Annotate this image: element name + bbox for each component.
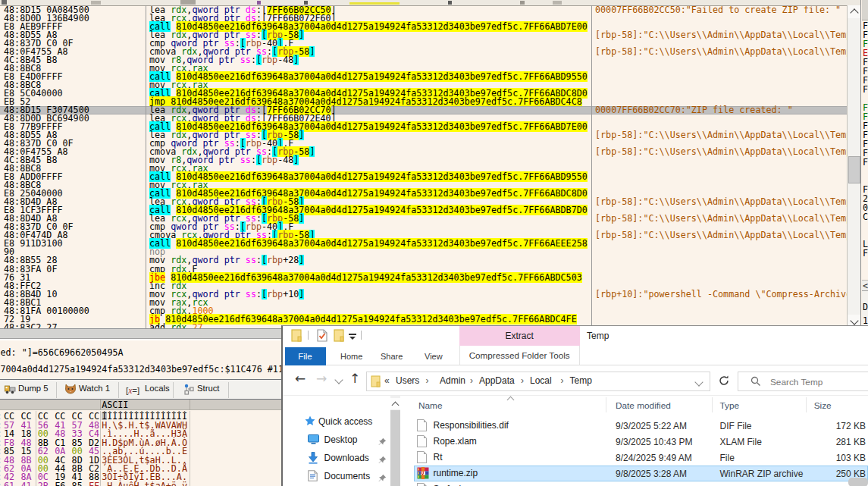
disassembly-row[interactable]: 48:8D55 A8lea rdx,qword ptr ss:[rbp-58][… bbox=[0, 131, 847, 140]
contextual-tab-extract[interactable]: Extract bbox=[459, 326, 580, 346]
register-value-fragment: F bbox=[863, 158, 868, 167]
disassembly-row[interactable]: 4C:8B45 B8mov r8,qword ptr ss:[rbp-48] bbox=[0, 156, 847, 165]
folder-icon[interactable] bbox=[334, 329, 345, 342]
file-date: 9/3/2025 10:43 PM bbox=[616, 437, 692, 447]
breadcrumb-item-appdata[interactable]: AppData bbox=[479, 375, 515, 386]
tab-share[interactable]: Share bbox=[381, 352, 403, 361]
breadcrumb-chevron-icon[interactable]: › bbox=[426, 375, 429, 386]
hex-byte: 85 bbox=[72, 482, 83, 486]
breadcrumb-chevron-icon[interactable]: › bbox=[470, 375, 473, 386]
disassembly-row[interactable]: 48:8B4D 10mov rcx,qword ptr ss:[rbp+10][… bbox=[0, 290, 847, 299]
sidebar-item-documents[interactable]: Documents bbox=[283, 468, 392, 484]
breadcrumb-item-local[interactable]: Local bbox=[530, 375, 552, 386]
tab-watch-1[interactable]: Watch 1 bbox=[79, 384, 110, 393]
tab-dump-5[interactable]: Dump 5 bbox=[18, 384, 49, 393]
disassembly-row[interactable]: 48:0F4755 A8cmova rdx,qword ptr ss:[rbp-… bbox=[0, 148, 847, 156]
tab-view[interactable]: View bbox=[425, 352, 443, 361]
address-bar[interactable]: « Users›Admin›AppData›Local›Temp bbox=[366, 372, 710, 391]
info-box-line2: 7004a0d4d1275a194924fa53312d3403be97edf5… bbox=[1, 365, 289, 374]
file-row[interactable]: Rt8/24/2025 9:49 AMFile103 KB bbox=[414, 450, 868, 466]
file-icon bbox=[417, 435, 429, 447]
disassembly-row[interactable]: 48:8BC1mov rax,rcx bbox=[0, 299, 847, 307]
tab-struct[interactable]: Struct bbox=[197, 384, 220, 393]
explorer-titlebar[interactable]: Extract Temp bbox=[283, 326, 868, 346]
touch-scroll-indicator[interactable] bbox=[848, 478, 868, 486]
sidebar-item-label: Documents bbox=[324, 471, 371, 481]
breadcrumb-item-temp[interactable]: Temp bbox=[570, 375, 592, 386]
star-icon bbox=[305, 415, 315, 429]
tab-file[interactable]: File bbox=[285, 347, 326, 365]
toolbar-fragment bbox=[91, 1, 101, 5]
screenshot-stage: 48:8D15 0A084500lea rdx,qword ptr ds:[7F… bbox=[0, 0, 868, 486]
search-icon bbox=[750, 376, 761, 387]
sidebar-item-downloads[interactable]: Downloads bbox=[283, 450, 392, 466]
column-header-size[interactable]: Size bbox=[814, 400, 832, 411]
disassembly-scrollbar[interactable] bbox=[847, 5, 861, 328]
address-dropdown-icon[interactable] bbox=[694, 378, 703, 386]
column-header-type[interactable]: Type bbox=[720, 400, 740, 411]
file-name: Rt bbox=[434, 452, 443, 462]
qat-separator bbox=[308, 331, 309, 340]
up-icon[interactable]: ↑ bbox=[349, 371, 360, 386]
toolbar-fragment bbox=[349, 2, 400, 5]
dump-group-separator bbox=[36, 411, 36, 486]
toolbar-fragment bbox=[2, 0, 7, 5]
column-header-name[interactable]: Name bbox=[418, 400, 442, 411]
disassembly-row[interactable]: 48:8D55 A8lea rdx,qword ptr ss:[rbp-58][… bbox=[0, 31, 847, 39]
tab-compressed-folder-tools[interactable]: Compressed Folder Tools bbox=[459, 346, 580, 365]
disassembly-row[interactable]: 90nop bbox=[0, 248, 847, 256]
qat-dropdown-icon[interactable] bbox=[349, 334, 356, 340]
disassembly-row[interactable]: E8 911D3100call 810d4850ee216df639648a37… bbox=[0, 240, 847, 248]
forward-icon[interactable]: → bbox=[316, 371, 327, 386]
file-icon bbox=[417, 483, 429, 486]
tab-icon bbox=[5, 384, 16, 397]
tab-home[interactable]: Home bbox=[340, 352, 362, 361]
scroll-thumb[interactable] bbox=[848, 156, 860, 183]
disassembly-pane[interactable]: 48:8D15 0A084500lea rdx,qword ptr ds:[7F… bbox=[0, 6, 847, 328]
auto-comment: 00007FF66B02CC50:"Failed to create ZIP f… bbox=[595, 6, 841, 14]
disassembly-row[interactable]: 48:0F4755 A8cmova rdx,qword ptr ss:[rbp-… bbox=[0, 48, 847, 56]
explorer-window: Extract Temp File Home Share View Compre… bbox=[281, 325, 868, 486]
tab-locals[interactable]: Locals bbox=[145, 384, 170, 393]
file-row[interactable]: Rope.xlam9/3/2025 10:43 PMXLAM File281 K… bbox=[414, 434, 868, 450]
search-placeholder: Search Temp bbox=[770, 377, 823, 387]
breadcrumb-prefix[interactable]: « bbox=[384, 375, 390, 386]
registers-hscroll-sliver: < bbox=[862, 280, 868, 291]
nav-scroll-thumb[interactable] bbox=[390, 410, 400, 486]
tab-icon bbox=[183, 384, 196, 398]
recent-locations-icon[interactable] bbox=[334, 375, 343, 384]
breadcrumb-chevron-icon[interactable]: › bbox=[561, 375, 564, 386]
refresh-icon[interactable] bbox=[718, 375, 730, 387]
sidebar-item-quick-access[interactable]: Quick access bbox=[283, 413, 392, 430]
file-row[interactable]: Ssrfwd8/30/2025 4:48 AMFile3 KB bbox=[414, 481, 868, 486]
hex-byte: 2B bbox=[38, 482, 49, 486]
registers-pane-header-sliver bbox=[862, 0, 868, 20]
disassembly-row[interactable]: 76 31jbe 810d4850ee216df639648a37004a0d4… bbox=[0, 274, 847, 282]
back-icon[interactable]: ← bbox=[295, 371, 306, 386]
disassembly-row[interactable]: 48:8B55 28mov rdx,qword ptr ss:[rbp+28] bbox=[0, 256, 847, 265]
documents-icon bbox=[308, 470, 318, 484]
check-document-icon[interactable] bbox=[317, 329, 327, 342]
disassembly-row[interactable]: 4C:8B45 B8mov r8,qword ptr ss:[rbp-48] bbox=[0, 56, 847, 64]
scroll-up-button[interactable] bbox=[848, 5, 860, 18]
column-header-date-modified[interactable]: Date modified bbox=[616, 400, 671, 411]
chevron-down-icon bbox=[850, 316, 858, 325]
file-row[interactable]: Responsibilities.dif9/3/2025 5:22 AMDIF … bbox=[414, 418, 868, 434]
breadcrumb-chevron-icon[interactable]: › bbox=[521, 375, 524, 386]
disassembly-row[interactable]: E8 ADD0FFFFcall 810d4850ee216df639648a37… bbox=[0, 173, 847, 181]
disassembly-row[interactable]: 48:8D15 0A084500lea rdx,qword ptr ds:[7F… bbox=[0, 6, 847, 14]
desktop-icon bbox=[308, 434, 319, 447]
disassembly-row[interactable]: 72 19jb 810d4850ee216df639648a37004a0d4d… bbox=[0, 315, 847, 324]
disassembly-row[interactable]: 48:8D4D A8lea rcx,qword ptr ss:[rbp-58][… bbox=[0, 215, 847, 223]
file-row-selected[interactable]: runtime.zip9/8/2025 3:28 AMWinRAR ZIP ar… bbox=[414, 466, 868, 481]
sidebar-item-desktop[interactable]: Desktop bbox=[283, 431, 392, 448]
breadcrumb-item-users[interactable]: Users bbox=[396, 375, 419, 386]
search-box[interactable]: Search Temp bbox=[738, 372, 868, 391]
folder-icon[interactable] bbox=[291, 329, 302, 342]
disassembly-row[interactable]: E8 E4D0FFFFcall 810d4850ee216df639648a37… bbox=[0, 73, 847, 81]
breadcrumb-item-admin[interactable]: Admin bbox=[440, 375, 465, 386]
disassembly-row-selected[interactable]: 48:8D15 F3074500lea rdx,qword ptr ds:[7F… bbox=[0, 106, 847, 114]
nav-scrollbar[interactable] bbox=[390, 396, 400, 486]
toolbar-fragment bbox=[257, 1, 261, 5]
nav-scroll-up-button[interactable] bbox=[390, 398, 400, 409]
